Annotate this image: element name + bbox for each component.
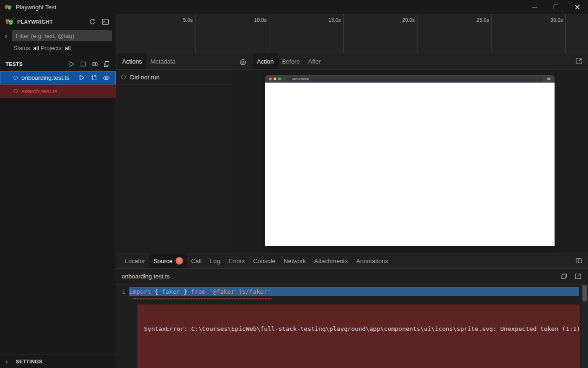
tab-actions[interactable]: Actions [118, 53, 146, 69]
did-not-run-row[interactable]: Did not run [116, 70, 232, 85]
snapshot-panel: ◎ Action Before After [232, 53, 588, 253]
syntax-error-box: SyntaxError: C:\Courses\EpicWeb\full-sta… [137, 304, 580, 368]
line-number: 1 [116, 287, 129, 296]
source-scrollbar[interactable] [581, 284, 588, 368]
traffic-light-yellow-icon [274, 77, 276, 80]
source-scrollbar-thumb[interactable] [582, 285, 587, 301]
settings-section[interactable]: › SETTINGS [0, 355, 116, 368]
close-button[interactable]: × [567, 0, 588, 14]
playwright-logo-icon [4, 3, 12, 11]
timeline-tick-label: 10.0s [254, 17, 269, 23]
tab-source[interactable]: Source 1 [149, 253, 187, 268]
tab-annotations[interactable]: Annotations [352, 253, 392, 268]
source-file-bar: onboarding.test.ts [116, 269, 588, 284]
main-area: 5.0s 10.0s 15.0s 20.0s 25.0s 30.0s Actio… [116, 14, 588, 368]
tab-before[interactable]: Before [278, 53, 304, 69]
error-message: SyntaxError: C:\Courses\EpicWeb\full-sta… [144, 325, 573, 333]
source-file-name: onboarding.test.ts [122, 273, 170, 280]
projects-label: Projects: [40, 45, 63, 52]
browser-page-snapshot[interactable] [265, 83, 555, 246]
bottom-panel: Locator Source 1 Call Log Errors Console… [116, 253, 588, 368]
timeline-tick-label: 30.0s [550, 17, 565, 23]
tab-locator[interactable]: Locator [121, 253, 149, 268]
browser-preview-window: about:blank ≡ [265, 75, 555, 246]
error-squiggle [132, 297, 272, 300]
copy-icon[interactable] [559, 272, 568, 281]
timeline[interactable]: 5.0s 10.0s 15.0s 20.0s 25.0s 30.0s [116, 14, 588, 53]
playwright-section-header: PLAYWRIGHT [0, 14, 116, 29]
maximize-button[interactable] [545, 0, 567, 14]
traffic-light-red-icon [269, 77, 272, 80]
tab-log[interactable]: Log [206, 253, 224, 268]
tab-attachments[interactable]: Attachments [310, 253, 352, 268]
open-source-file-icon[interactable] [89, 73, 98, 83]
snapshot-area: about:blank ≡ [232, 70, 588, 253]
open-external-icon[interactable] [573, 272, 582, 281]
did-not-run-label: Did not run [130, 74, 160, 81]
timeline-gridline [195, 14, 196, 53]
watch-all-eye-icon[interactable] [90, 59, 99, 69]
test-file-name: search.test.ts [21, 88, 57, 95]
window-title: Playwright Test [16, 4, 56, 11]
timeline-gridline [121, 14, 121, 53]
split-view-icon[interactable] [574, 256, 583, 265]
timeline-tick-label: 20.0s [402, 17, 417, 23]
test-file-name: onboarding.test.ts [21, 74, 69, 81]
watch-test-eye-icon[interactable] [102, 73, 111, 83]
traffic-light-green-icon [278, 77, 281, 80]
test-row-search[interactable]: search.test.ts [0, 84, 116, 98]
tab-after[interactable]: After [304, 53, 325, 69]
status-circle-icon [121, 75, 126, 79]
minimize-button[interactable] [524, 0, 545, 14]
timeline-gridline [417, 14, 418, 53]
tab-call[interactable]: Call [187, 253, 206, 268]
playwright-logo-icon [5, 17, 14, 26]
sidebar: PLAYWRIGHT › [0, 14, 116, 368]
run-test-button[interactable] [77, 73, 86, 83]
tab-console[interactable]: Console [249, 253, 280, 268]
filter-input[interactable] [12, 30, 112, 41]
actions-panel: Actions Metadata Did not run [116, 53, 232, 253]
settings-label: SETTINGS [16, 359, 42, 364]
test-row-onboarding[interactable]: onboarding.test.ts [0, 71, 116, 84]
tab-network[interactable]: Network [280, 253, 310, 268]
filter-row: › [0, 29, 116, 42]
tab-errors[interactable]: Errors [224, 253, 249, 268]
timeline-tick-label: 25.0s [477, 17, 491, 23]
projects-value: all [65, 45, 71, 52]
browser-header: about:blank ≡ [265, 75, 555, 83]
test-status-circle-icon [13, 89, 18, 93]
chevron-right-icon[interactable]: › [0, 32, 12, 39]
browser-address-bar: about:blank [287, 77, 543, 82]
source-error-count-badge: 1 [176, 257, 183, 265]
tab-metadata[interactable]: Metadata [146, 53, 180, 69]
timeline-tick-label: 15.0s [328, 17, 343, 23]
timeline-gridline [491, 14, 492, 53]
titlebar: Playwright Test × [0, 0, 588, 14]
timeline-gridline [565, 14, 566, 53]
filter-status-line: Status: all Projects: all [0, 42, 116, 55]
timeline-gridline [269, 14, 269, 53]
timeline-gridline [343, 14, 344, 53]
browser-menu-icon[interactable]: ≡ [547, 77, 551, 81]
status-label: Status: [13, 45, 32, 52]
terminal-icon[interactable] [101, 17, 110, 26]
tab-action[interactable]: Action [253, 53, 278, 69]
stop-button[interactable] [78, 59, 88, 69]
test-status-circle-icon [13, 76, 18, 80]
chevron-right-icon: › [6, 358, 16, 365]
timeline-tick-label: 5.0s [183, 17, 195, 23]
reload-tests-button[interactable] [88, 17, 97, 26]
code-line-1: 1 import { faker } from '@faker-js/faker… [116, 287, 588, 296]
pick-locator-target-icon[interactable]: ◎ [237, 55, 249, 67]
code-content: import { faker } from '@faker-js/faker' [129, 287, 579, 296]
run-all-button[interactable] [67, 59, 76, 69]
tests-title: TESTS [6, 61, 23, 67]
open-snapshot-external-icon[interactable] [574, 57, 583, 66]
playwright-section-title: PLAYWRIGHT [17, 19, 53, 25]
status-value: all [33, 45, 39, 52]
collapse-all-icon[interactable] [102, 59, 111, 69]
source-view[interactable]: 1 import { faker } from '@faker-js/faker… [116, 284, 588, 368]
tests-section-header: TESTS [0, 57, 116, 71]
playwright-test-window: Playwright Test × PLAYWRIGHT [0, 0, 588, 368]
